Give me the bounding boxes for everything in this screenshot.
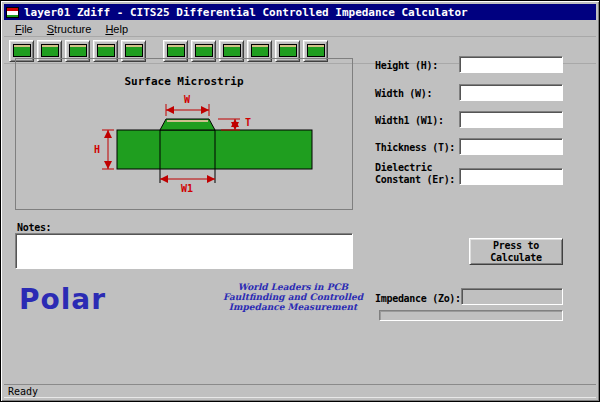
brand-tagline: World Leaders in PCB Faultfinding and Co… [223, 282, 363, 312]
dielectric-constant-label: Dielectric Constant (Er): [375, 162, 459, 186]
structure-diagram-panel: Surface Microstrip W T [15, 58, 353, 210]
structure-diagram: W T H W1 [16, 89, 354, 207]
status-text: Ready [4, 386, 38, 397]
diff-stripline-structure-icon [251, 44, 269, 57]
diff-coated-microstrip-structure-icon [195, 44, 213, 57]
stripline-structure-icon [97, 44, 115, 57]
menu-help[interactable]: Help [98, 22, 135, 36]
height-label: Height (H): [375, 60, 461, 72]
app-icon [6, 7, 19, 18]
tagline-line-1: World Leaders in PCB [223, 282, 363, 292]
window-title: layer01 Zdiff - CITS25 Differential Cont… [24, 6, 468, 19]
h-dimension-label: H [94, 144, 100, 155]
diff-coplanar-structure-icon [307, 44, 325, 57]
application-window: layer01 Zdiff - CITS25 Differential Cont… [0, 0, 600, 402]
calculate-button[interactable]: Press to Calculate [469, 238, 563, 265]
surface-microstrip-structure-icon [13, 44, 31, 57]
w1-dimension-label: W1 [181, 183, 193, 194]
menu-structure[interactable]: Structure [40, 22, 99, 36]
title-bar[interactable]: layer01 Zdiff - CITS25 Differential Cont… [4, 4, 596, 20]
dielectric-constant-input[interactable] [459, 168, 563, 185]
tagline-line-2: Faultfinding and Controlled [223, 292, 363, 302]
menu-file[interactable]: File [8, 22, 40, 36]
progress-bar [379, 310, 563, 321]
menu-bar: File Structure Help [4, 21, 596, 37]
diff-surface-microstrip-structure-icon [167, 44, 185, 57]
height-input[interactable] [459, 56, 563, 73]
diff-dual-stripline-structure-icon [279, 44, 297, 57]
embedded-microstrip-structure-icon [69, 44, 87, 57]
polar-logo: Polar [19, 283, 106, 316]
coated-microstrip-structure-icon [41, 44, 59, 57]
t-dimension-label: T [245, 117, 251, 128]
diff-embedded-microstrip-structure-icon [223, 44, 241, 57]
diagram-title: Surface Microstrip [16, 75, 352, 88]
width-label: Width (W): [375, 88, 461, 100]
trace-plating [167, 120, 208, 122]
thickness-input[interactable] [459, 138, 563, 155]
notes-input[interactable] [15, 233, 353, 269]
width1-input[interactable] [459, 111, 563, 128]
status-bar: Ready [4, 384, 596, 398]
impedance-output [461, 288, 563, 305]
impedance-label: Impedance (Zo): [375, 293, 461, 305]
dual-stripline-structure-icon [125, 44, 143, 57]
width-input[interactable] [459, 84, 563, 101]
w-dimension-label: W [184, 94, 191, 105]
tagline-line-3: Impedance Measurement [223, 302, 363, 312]
thickness-label: Thickness (T): [375, 142, 461, 154]
width1-label: Width1 (W1): [375, 115, 461, 127]
